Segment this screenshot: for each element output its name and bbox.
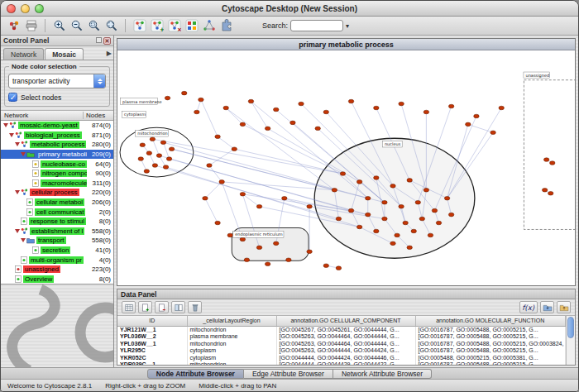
network-node[interactable] [336,217,341,221]
expander-open-icon[interactable] [14,142,21,146]
network-node[interactable] [423,189,428,193]
network-node[interactable] [274,241,279,246]
network-node[interactable] [548,191,553,195]
zoom-out-icon[interactable] [69,18,84,34]
network-node[interactable] [407,179,412,183]
network-node[interactable] [419,217,424,221]
network-node[interactable] [448,104,453,108]
tab-network-attribute-browser[interactable]: Network Attribute Browser [333,369,432,379]
network-node[interactable] [207,164,212,168]
destroy-network-view-icon[interactable]: × [166,18,182,34]
tab-scroll-right-icon[interactable]: ▶ [107,50,112,57]
table-row[interactable]: YPL036W__1mitochondrion[GO:0045263, GO:0… [117,341,566,348]
network-node[interactable] [265,127,270,131]
network-node[interactable] [215,221,220,225]
column-header[interactable]: annotation.GO CELLULAR_COMPONENT [276,316,415,326]
float-panel-icon[interactable] [96,37,102,43]
network-node[interactable] [542,189,547,193]
network-node[interactable] [366,213,371,217]
tab-edge-attribute-browser[interactable]: Edge Attribute Browser [244,369,333,379]
network-node[interactable] [152,164,157,168]
network-node[interactable] [150,137,155,141]
network-overview-thumbnail[interactable] [1,284,113,367]
network-node[interactable] [374,229,379,233]
network-node[interactable] [356,180,361,184]
network-node[interactable] [215,135,220,139]
order-attributes-icon[interactable] [171,301,185,313]
network-node[interactable] [240,122,245,127]
network-node[interactable] [340,172,345,176]
network-node[interactable] [265,262,270,266]
zoom-selected-icon[interactable] [86,18,102,34]
delete-attribute-icon[interactable] [155,301,169,313]
network-node[interactable] [169,147,174,151]
network-node[interactable] [256,246,261,250]
network-node[interactable] [146,151,151,155]
network-node[interactable] [240,237,245,241]
network-node[interactable] [382,217,387,221]
new-network-view-icon[interactable]: + [149,18,165,34]
network-node[interactable] [199,98,203,102]
network-node[interactable] [336,266,341,270]
search-input[interactable] [290,20,343,31]
column-header[interactable]: _cellularLayoutRegion [187,316,276,326]
network-node[interactable] [474,114,479,118]
network-node[interactable] [240,192,245,196]
tree-row-establishment-of-l[interactable]: establishment of l558(0) [1,227,113,237]
tree-row-nucleobase-co[interactable]: nucleobase-co64(0) [1,159,113,169]
network-node[interactable] [290,121,295,125]
tab-node-attribute-browser[interactable]: Node Attribute Browser [147,369,244,379]
table-row[interactable]: YDR039C__1mitochondrion[GO:0044444, GO:0… [117,361,566,365]
table-row[interactable]: YKR052Ccytoplasm[GO:0044444, GO:0044424,… [117,355,566,362]
select-nodes-checkbox[interactable]: ✓ Select nodes [8,93,106,102]
network-node[interactable] [395,233,400,237]
network-node[interactable] [248,99,253,103]
table-row[interactable]: YJR121W__1mitochondrion[GO:0045267, GO:0… [117,326,566,333]
network-node[interactable] [307,204,312,208]
network-node[interactable] [543,158,548,162]
network-node[interactable] [299,102,304,106]
network-node[interactable] [219,180,224,184]
tree-row-metabolic-process[interactable]: metabolic process280(0) [1,140,113,150]
tree-row-secretion[interactable]: secretion41(0) [1,246,113,256]
network-node[interactable] [490,131,495,135]
first-neighbors-icon[interactable] [132,18,147,34]
expander-open-icon[interactable] [2,123,9,127]
tab-network[interactable]: Network [3,48,44,60]
network-node[interactable] [160,141,165,145]
node-color-dropdown[interactable]: transporter activity [8,74,106,88]
tree-row-biological-process[interactable]: biological_process871(0) [1,131,113,141]
network-node[interactable] [403,221,408,225]
network-node[interactable] [390,184,395,189]
network-node[interactable] [399,102,404,106]
expander-open-icon[interactable] [20,152,26,156]
network-node[interactable] [140,143,145,147]
network-node[interactable] [550,161,555,165]
plugins-icon[interactable] [218,18,234,34]
network-node[interactable] [307,250,312,254]
network-node[interactable] [415,200,420,204]
network-node[interactable] [407,246,412,250]
table-row[interactable]: YLR295Ccytoplasm[GO:0045263, GO:0044444,… [117,347,566,355]
network-canvas[interactable]: plasma membranecytoplasmmitochondrionnuc… [117,50,575,285]
zoom-in-icon[interactable] [51,18,67,34]
network-node[interactable] [499,106,504,110]
import-attributes-icon[interactable] [540,301,554,313]
tree-row-nitrogen-compo[interactable]: nitrogen compo90(0) [1,169,113,179]
network-node[interactable] [382,200,387,204]
network-node[interactable] [366,196,371,200]
network-node[interactable] [323,110,328,114]
tree-row-primary-metaboli[interactable]: primary metaboli209(0) [1,150,113,160]
network-node[interactable] [399,204,404,208]
tree-row-cellular-process[interactable]: cellular process220(0) [1,188,113,198]
tree-row-cellular-metabol[interactable]: cellular metabol206(0) [1,198,113,208]
network-view-title[interactable]: primary metabolic process [117,39,575,50]
column-header[interactable]: annotation.GO MOLECULAR_FUNCTION [415,316,566,326]
tree-row-mosaic-demo-yeast[interactable]: mosaic-demo-yeast874(0) [1,121,113,131]
network-node[interactable] [223,106,228,110]
minimize-window-button[interactable] [21,4,30,13]
network-node[interactable] [166,157,171,161]
tree-row-unassigned[interactable]: unassigned223(0) [1,265,113,275]
network-node[interactable] [182,91,187,95]
expander-open-icon[interactable] [14,190,21,194]
